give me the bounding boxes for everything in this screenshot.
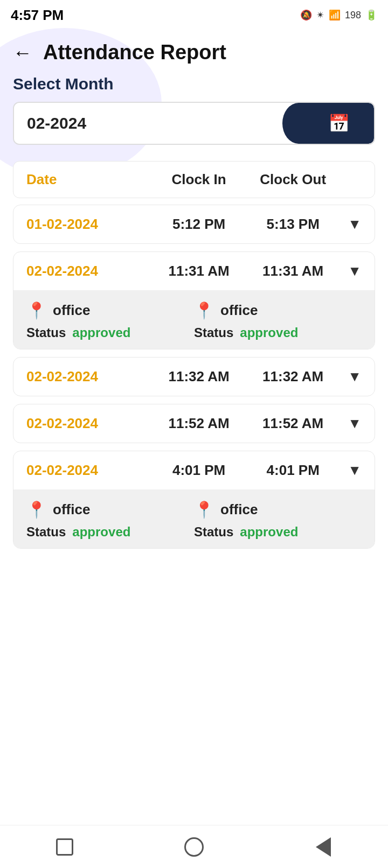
out-location-name: office <box>220 501 258 518</box>
status-value-out: approved <box>240 325 298 340</box>
calendar-button[interactable]: 📅 <box>304 103 374 144</box>
status-label-in: Status <box>26 325 66 340</box>
record-clock-in: 5:12 PM <box>152 216 246 233</box>
chevron-down-icon[interactable]: ▼ <box>340 263 362 279</box>
record-row[interactable]: 02-02-2024 11:31 AM 11:31 AM ▼ <box>13 252 375 290</box>
record-card: 02-02-2024 11:52 AM 11:52 AM ▼ <box>13 404 375 443</box>
detail-out-location: 📍 office <box>194 500 362 519</box>
detail-locations-row: 📍 office 📍 office <box>26 500 362 519</box>
header: ← Attendance Report <box>0 28 388 75</box>
record-card: 01-02-2024 5:12 PM 5:13 PM ▼ <box>13 205 375 244</box>
detail-locations-row: 📍 office 📍 office <box>26 301 362 320</box>
month-selector[interactable]: 02-2024 📅 <box>13 102 375 145</box>
record-card: 02-02-2024 4:01 PM 4:01 PM ▼ 📍 office 📍 … <box>13 451 375 549</box>
nav-recent-apps-button[interactable] <box>51 834 78 860</box>
status-value-in: approved <box>72 524 130 540</box>
status-label-out: Status <box>194 524 233 540</box>
in-location-name: office <box>53 302 90 319</box>
record-clock-in: 11:31 AM <box>152 263 246 279</box>
recent-apps-icon <box>56 838 73 856</box>
detail-in-location: 📍 office <box>26 500 194 519</box>
detail-in-status: Status approved <box>26 325 194 340</box>
record-date: 02-02-2024 <box>26 368 152 385</box>
chevron-down-icon[interactable]: ▼ <box>340 216 362 233</box>
status-label-in: Status <box>26 524 66 540</box>
header-clock-in: Clock In <box>172 171 226 187</box>
chevron-down-icon[interactable]: ▼ <box>340 462 362 479</box>
record-clock-in: 11:52 AM <box>152 415 246 432</box>
detail-status-row: Status approved Status approved <box>26 524 362 540</box>
battery-icon: 🔋 <box>365 9 377 21</box>
record-row[interactable]: 01-02-2024 5:12 PM 5:13 PM ▼ <box>13 205 375 243</box>
location-in-icon: 📍 <box>26 500 46 519</box>
status-value-out: approved <box>240 524 298 540</box>
nav-back-button[interactable] <box>310 834 337 860</box>
header-date: Date <box>26 171 57 187</box>
detail-in-location: 📍 office <box>26 301 194 320</box>
chevron-down-icon[interactable]: ▼ <box>340 415 362 432</box>
back-button[interactable]: ← <box>13 41 32 64</box>
battery-indicator: 198 <box>345 10 361 21</box>
record-clock-out: 5:13 PM <box>246 216 340 233</box>
in-location-name: office <box>53 501 90 518</box>
record-card: 02-02-2024 11:32 AM 11:32 AM ▼ <box>13 357 375 396</box>
record-date: 02-02-2024 <box>26 263 152 279</box>
page-title: Attendance Report <box>43 41 226 64</box>
location-in-icon: 📍 <box>26 301 46 320</box>
month-value: 02-2024 <box>14 103 304 144</box>
table-header: Date Clock In Clock Out <box>13 161 375 198</box>
status-value-in: approved <box>72 325 130 340</box>
wifi-icon: 📶 <box>329 9 341 21</box>
detail-panel: 📍 office 📍 office Status approved Status… <box>13 489 375 548</box>
back-icon <box>316 837 331 857</box>
out-location-name: office <box>220 302 258 319</box>
detail-in-status: Status approved <box>26 524 194 540</box>
record-row[interactable]: 02-02-2024 11:32 AM 11:32 AM ▼ <box>13 358 375 396</box>
record-row[interactable]: 02-02-2024 11:52 AM 11:52 AM ▼ <box>13 404 375 443</box>
record-date: 01-02-2024 <box>26 216 152 233</box>
detail-out-status: Status approved <box>194 325 362 340</box>
content: Select Month 02-2024 📅 Date Clock In Clo… <box>0 75 388 610</box>
status-bar: 4:57 PM 🔕 ✴ 📶 198 🔋 <box>0 0 388 28</box>
record-clock-in: 11:32 AM <box>152 368 246 385</box>
status-time: 4:57 PM <box>11 7 64 24</box>
location-out-icon: 📍 <box>194 301 214 320</box>
calendar-icon: 📅 <box>328 113 350 134</box>
chevron-down-icon[interactable]: ▼ <box>340 368 362 385</box>
record-clock-out: 11:52 AM <box>246 415 340 432</box>
select-month-label: Select Month <box>13 75 375 93</box>
detail-out-status: Status approved <box>194 524 362 540</box>
nav-home-button[interactable] <box>181 834 207 860</box>
detail-status-row: Status approved Status approved <box>26 325 362 340</box>
header-clock-out: Clock Out <box>260 171 326 187</box>
home-icon <box>184 837 204 857</box>
record-clock-in: 4:01 PM <box>152 462 246 479</box>
record-clock-out: 11:31 AM <box>246 263 340 279</box>
bottom-nav <box>0 825 388 868</box>
status-icons: 🔕 ✴ 📶 198 🔋 <box>300 9 377 21</box>
notification-icon: 🔕 <box>300 9 312 21</box>
status-label-out: Status <box>194 325 233 340</box>
record-clock-out: 11:32 AM <box>246 368 340 385</box>
detail-out-location: 📍 office <box>194 301 362 320</box>
record-date: 02-02-2024 <box>26 415 152 432</box>
detail-panel: 📍 office 📍 office Status approved Status… <box>13 290 375 349</box>
record-date: 02-02-2024 <box>26 462 152 479</box>
record-clock-out: 4:01 PM <box>246 462 340 479</box>
record-row[interactable]: 02-02-2024 4:01 PM 4:01 PM ▼ <box>13 451 375 489</box>
location-out-icon: 📍 <box>194 500 214 519</box>
record-card: 02-02-2024 11:31 AM 11:31 AM ▼ 📍 office … <box>13 251 375 349</box>
bluetooth-icon: ✴ <box>316 9 324 21</box>
